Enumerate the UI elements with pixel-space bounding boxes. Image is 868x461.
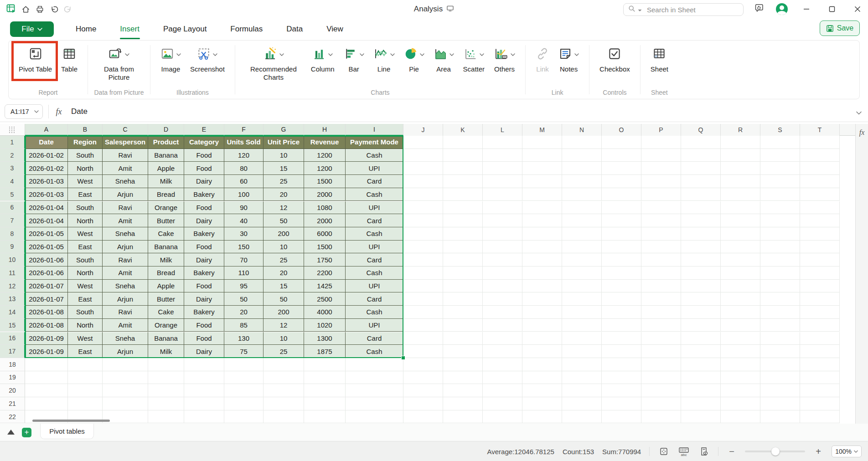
window-minimize-button[interactable] bbox=[800, 3, 813, 15]
cell-H4[interactable]: 1500 bbox=[304, 175, 346, 188]
cell-M10[interactable] bbox=[522, 253, 562, 266]
cell-E9[interactable]: Food bbox=[184, 241, 224, 254]
cell-C1[interactable]: Salesperson bbox=[103, 136, 148, 149]
row-header-4[interactable]: 4 bbox=[0, 175, 25, 188]
cell-O16[interactable] bbox=[602, 332, 641, 345]
cell-R15[interactable] bbox=[721, 319, 760, 332]
cell-L22[interactable] bbox=[483, 410, 522, 424]
cell-L9[interactable] bbox=[483, 241, 522, 254]
cell-C5[interactable]: Arjun bbox=[103, 188, 148, 201]
row-header-19[interactable]: 19 bbox=[0, 371, 25, 384]
cell-R6[interactable] bbox=[721, 201, 760, 215]
cell-N1[interactable] bbox=[562, 136, 602, 149]
cell-H1[interactable]: Revenue bbox=[304, 136, 346, 149]
cell-Q13[interactable] bbox=[681, 292, 721, 306]
cell-L7[interactable] bbox=[483, 214, 522, 227]
search-input[interactable]: Search in Sheet bbox=[623, 3, 744, 16]
cell-T10[interactable] bbox=[800, 253, 840, 266]
cell-R3[interactable] bbox=[721, 162, 760, 175]
cell-G7[interactable]: 50 bbox=[264, 214, 304, 227]
cell-K7[interactable] bbox=[443, 214, 483, 227]
cell-E19[interactable] bbox=[184, 371, 224, 384]
recommended-charts-button[interactable]: Recommended Charts bbox=[242, 45, 305, 82]
column-header-G[interactable]: G bbox=[264, 124, 304, 136]
cell-H13[interactable]: 2500 bbox=[304, 292, 346, 306]
tab-view[interactable]: View bbox=[315, 18, 355, 40]
cell-F16[interactable]: 130 bbox=[224, 332, 264, 345]
cell-P19[interactable] bbox=[641, 371, 681, 384]
cell-R13[interactable] bbox=[721, 292, 760, 306]
cell-Q14[interactable] bbox=[681, 306, 721, 319]
cell-C20[interactable] bbox=[103, 384, 148, 397]
cell-D14[interactable]: Cake bbox=[148, 306, 184, 319]
cell-K5[interactable] bbox=[443, 188, 483, 201]
cell-B3[interactable]: North bbox=[68, 162, 103, 175]
cell-D9[interactable]: Banana bbox=[148, 241, 184, 254]
cell-O12[interactable] bbox=[602, 280, 641, 293]
cell-L1[interactable] bbox=[483, 136, 522, 149]
cell-S3[interactable] bbox=[760, 162, 800, 175]
cell-B5[interactable]: East bbox=[68, 188, 103, 201]
cell-K16[interactable] bbox=[443, 332, 483, 345]
cell-Q4[interactable] bbox=[681, 175, 721, 188]
cell-Q20[interactable] bbox=[681, 384, 721, 397]
cell-I4[interactable]: Card bbox=[346, 175, 403, 188]
cell-I5[interactable]: Cash bbox=[346, 188, 403, 201]
cell-R4[interactable] bbox=[721, 175, 760, 188]
zoom-out-button[interactable]: − bbox=[727, 446, 737, 457]
cell-G2[interactable]: 10 bbox=[264, 149, 304, 162]
cell-D6[interactable]: Orange bbox=[148, 201, 184, 215]
row-header-18[interactable]: 18 bbox=[0, 358, 25, 371]
save-button[interactable]: Save bbox=[820, 20, 860, 36]
cell-N18[interactable] bbox=[562, 358, 602, 371]
cell-J19[interactable] bbox=[403, 371, 443, 384]
cell-I17[interactable]: Cash bbox=[346, 345, 403, 358]
cell-P20[interactable] bbox=[641, 384, 681, 397]
cell-K17[interactable] bbox=[443, 345, 483, 358]
cell-I19[interactable] bbox=[346, 371, 403, 384]
cell-J20[interactable] bbox=[403, 384, 443, 397]
column-header-E[interactable]: E bbox=[184, 124, 224, 136]
row-header-12[interactable]: 12 bbox=[0, 280, 25, 293]
pivot-table-button[interactable]: Pivot Table bbox=[15, 45, 56, 74]
cell-R10[interactable] bbox=[721, 253, 760, 266]
cell-name-box[interactable]: A1:I17 bbox=[5, 104, 43, 119]
cell-F11[interactable]: 110 bbox=[224, 266, 264, 280]
cell-J22[interactable] bbox=[403, 410, 443, 424]
zoom-in-button[interactable]: + bbox=[813, 446, 823, 457]
cell-O7[interactable] bbox=[602, 214, 641, 227]
cell-T9[interactable] bbox=[800, 241, 840, 254]
cell-L10[interactable] bbox=[483, 253, 522, 266]
cell-S9[interactable] bbox=[760, 241, 800, 254]
cell-C14[interactable]: Ravi bbox=[103, 306, 148, 319]
cell-B13[interactable]: East bbox=[68, 292, 103, 306]
cell-D16[interactable]: Banana bbox=[148, 332, 184, 345]
cell-J12[interactable] bbox=[403, 280, 443, 293]
cell-E15[interactable]: Food bbox=[184, 319, 224, 332]
cell-G21[interactable] bbox=[264, 397, 304, 410]
cell-G22[interactable] bbox=[264, 410, 304, 424]
cell-J13[interactable] bbox=[403, 292, 443, 306]
cell-D7[interactable]: Butter bbox=[148, 214, 184, 227]
cell-S10[interactable] bbox=[760, 253, 800, 266]
cell-E5[interactable]: Bakery bbox=[184, 188, 224, 201]
cell-D1[interactable]: Product bbox=[148, 136, 184, 149]
cell-E3[interactable]: Food bbox=[184, 162, 224, 175]
cell-N16[interactable] bbox=[562, 332, 602, 345]
cell-G14[interactable]: 200 bbox=[264, 306, 304, 319]
cell-T19[interactable] bbox=[800, 371, 840, 384]
cell-G18[interactable] bbox=[264, 358, 304, 371]
cell-Q9[interactable] bbox=[681, 241, 721, 254]
tab-page-layout[interactable]: Page Layout bbox=[151, 18, 218, 40]
cell-M3[interactable] bbox=[522, 162, 562, 175]
cell-F1[interactable]: Units Sold bbox=[224, 136, 264, 149]
cell-B19[interactable] bbox=[68, 371, 103, 384]
cell-N10[interactable] bbox=[562, 253, 602, 266]
cell-P7[interactable] bbox=[641, 214, 681, 227]
search-scope-chevron-icon[interactable] bbox=[638, 5, 642, 14]
cell-J1[interactable] bbox=[403, 136, 443, 149]
data-from-picture-button[interactable]: Data from Picture bbox=[94, 45, 144, 82]
cell-I22[interactable] bbox=[346, 410, 403, 424]
zoom-level-selector[interactable]: 100% bbox=[832, 446, 862, 457]
cell-K20[interactable] bbox=[443, 384, 483, 397]
